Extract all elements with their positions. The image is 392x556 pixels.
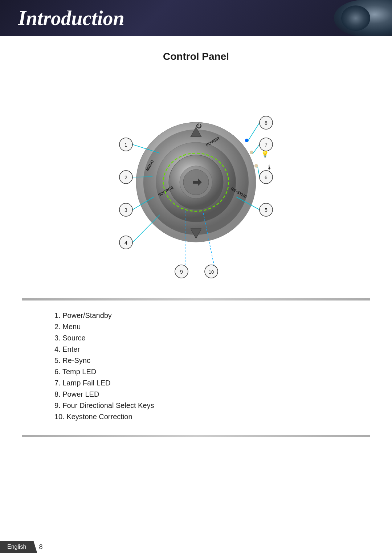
svg-text:2: 2 [124,175,127,180]
list-item: 10. Keystone Correction [51,413,341,421]
svg-text:9: 9 [180,269,183,275]
svg-text:4: 4 [124,240,127,246]
top-divider [22,298,370,301]
list-item: 6. Temp LED [51,368,341,376]
section-title: Control Panel [22,51,370,62]
svg-text:6: 6 [265,175,268,180]
svg-text:8: 8 [265,120,268,126]
svg-text:7: 7 [265,142,268,148]
items-list: 1. Power/Standby 2. Menu 3. Source 4. En… [22,304,370,431]
svg-line-28 [248,123,260,142]
svg-text:3: 3 [124,207,127,213]
list-item: 4. Enter [51,345,341,353]
page-number: 8 [39,543,42,551]
page-content: Control Panel [0,36,392,455]
svg-text:⏻: ⏻ [196,123,202,129]
svg-text:🌡: 🌡 [266,164,273,171]
page-header: Introduction [0,0,392,36]
list-item: 5. Re-Sync [51,356,341,365]
svg-line-24 [132,215,160,242]
list-item: 7. Lamp Fail LED [51,379,341,387]
svg-line-26 [258,167,260,177]
list-item: 3. Source [51,334,341,342]
svg-text:5: 5 [265,207,268,213]
svg-text:10: 10 [209,269,214,275]
lens-decoration [334,0,392,36]
control-panel-diagram: POWER MENU SOURCE RE-SYNC ⏻ 💡 [69,77,323,287]
svg-line-27 [253,144,260,154]
page-footer: English 8 [0,538,392,556]
svg-line-22 [132,177,152,177]
bottom-divider [22,435,370,437]
page-title: Introduction [18,7,124,30]
list-item: 9. Four Directional Select Keys [51,401,341,410]
list-item: 2. Menu [51,323,341,331]
language-label: English [0,541,37,553]
list-item: 8. Power LED [51,390,341,398]
diagram-svg: POWER MENU SOURCE RE-SYNC ⏻ 💡 [69,77,323,287]
list-item: 1. Power/Standby [51,311,341,320]
svg-text:1: 1 [124,142,127,148]
